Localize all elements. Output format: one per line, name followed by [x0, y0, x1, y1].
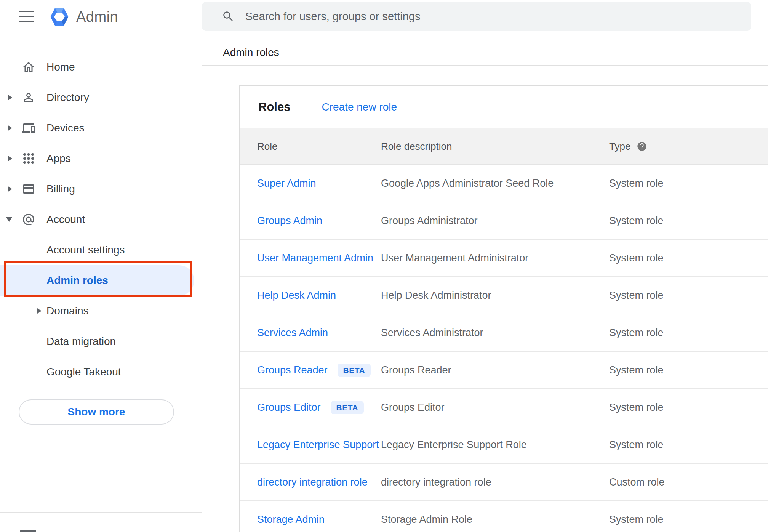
role-description: Google Apps Administrator Seed Role [381, 178, 609, 189]
sidebar-item-data-migration[interactable]: Data migration [0, 326, 202, 357]
role-description: User Management Administrator [381, 252, 609, 264]
sidebar-item-label: Directory [46, 91, 89, 104]
sidebar-nav: Home Directory Devices [0, 52, 202, 387]
role-description: directory integration role [381, 476, 609, 488]
billing-icon [22, 182, 35, 196]
column-header-type-label: Type [609, 141, 630, 152]
role-link[interactable]: Services Admin [257, 327, 328, 339]
role-link[interactable]: Groups Admin [257, 215, 322, 227]
expand-arrow-icon[interactable] [8, 95, 12, 101]
table-row: Groups Admin Groups Administrator System… [240, 202, 768, 240]
logo-label: Admin [76, 9, 118, 25]
sidebar-item-label: Account [46, 213, 85, 226]
role-type: System role [609, 327, 768, 339]
roles-card: Roles Create new role Role Role descript… [239, 85, 768, 532]
role-description: Storage Admin Role [381, 514, 609, 526]
role-link[interactable]: User Management Admin [257, 252, 373, 264]
sidebar-item-label: Billing [46, 183, 75, 195]
home-icon [22, 60, 35, 74]
card-header: Roles Create new role [240, 86, 768, 128]
breadcrumb: Admin roles [223, 46, 279, 59]
devices-icon [22, 121, 35, 135]
collapse-arrow-icon[interactable] [6, 217, 12, 222]
sidebar-item-billing[interactable]: Billing [0, 174, 202, 204]
beta-badge: BETA [338, 364, 371, 377]
beta-badge: BETA [331, 401, 364, 414]
sidebar-item-label: Apps [46, 152, 71, 165]
role-type: System role [609, 252, 768, 264]
sidebar-item-label: Admin roles [46, 274, 108, 287]
role-link[interactable]: directory integration role [257, 476, 368, 488]
show-more-button[interactable]: Show more [19, 399, 174, 425]
expand-arrow-icon[interactable] [8, 186, 12, 192]
table-row: Groups Editor BETA Groups Editor System … [240, 389, 768, 426]
page-title: Roles [258, 100, 290, 114]
expand-arrow-icon[interactable] [8, 155, 12, 162]
role-type: System role [609, 514, 768, 526]
table-header-row: Role Role description Type [240, 128, 768, 165]
header-divider [202, 65, 768, 66]
menu-icon[interactable] [19, 11, 34, 22]
role-type: System role [609, 290, 768, 301]
sidebar-item-label: Home [46, 61, 75, 73]
sidebar: Admin Home Directory Devices [0, 0, 202, 532]
role-description: Services Administrator [381, 327, 609, 339]
table-row: User Management Admin User Management Ad… [240, 240, 768, 277]
role-description: Legacy Enterprise Support Role [381, 439, 609, 451]
help-icon[interactable] [637, 141, 647, 152]
table-row: Super Admin Google Apps Administrator Se… [240, 165, 768, 202]
column-header-type: Type [609, 141, 768, 152]
role-link[interactable]: Help Desk Admin [257, 290, 336, 301]
sidebar-item-label: Account settings [46, 244, 125, 256]
role-link[interactable]: Groups Reader [257, 364, 328, 376]
sidebar-item-account-settings[interactable]: Account settings [0, 235, 202, 265]
role-description: Groups Reader [381, 364, 609, 376]
role-type: System role [609, 178, 768, 189]
create-new-role-link[interactable]: Create new role [322, 101, 397, 113]
sidebar-item-label: Domains [46, 305, 88, 317]
sidebar-item-account[interactable]: Account [0, 204, 202, 235]
expand-arrow-icon[interactable] [8, 125, 12, 131]
role-type: System role [609, 439, 768, 451]
sidebar-item-apps[interactable]: Apps [0, 143, 202, 174]
table-row: directory integration role directory int… [240, 464, 768, 501]
table-row: Help Desk Admin Help Desk Administrator … [240, 277, 768, 314]
role-link[interactable]: Storage Admin [257, 514, 325, 526]
role-type: Custom role [609, 476, 768, 488]
sidebar-item-home[interactable]: Home [0, 52, 202, 82]
table-row: Groups Reader BETA Groups Reader System … [240, 352, 768, 389]
search-input[interactable] [245, 10, 751, 23]
role-type: System role [609, 402, 768, 413]
role-link[interactable]: Groups Editor [257, 402, 321, 413]
role-description: Groups Editor [381, 402, 609, 413]
table-row: Legacy Enterprise Support Legacy Enterpr… [240, 426, 768, 464]
sidebar-item-label: Google Takeout [46, 366, 121, 378]
account-icon [22, 213, 35, 226]
role-link[interactable]: Legacy Enterprise Support [257, 439, 379, 451]
sidebar-section-divider [0, 512, 202, 513]
role-type: System role [609, 364, 768, 376]
sidebar-item-label: Data migration [46, 335, 116, 348]
clipped-sidebar-icon [20, 530, 36, 532]
role-link[interactable]: Super Admin [257, 178, 316, 189]
role-description: Groups Administrator [381, 215, 609, 227]
table-row: Storage Admin Storage Admin Role System … [240, 501, 768, 532]
column-header-description: Role description [381, 141, 609, 152]
expand-arrow-icon[interactable] [37, 308, 42, 314]
role-description: Help Desk Administrator [381, 290, 609, 301]
search-icon [222, 10, 235, 23]
admin-logo[interactable]: Admin [49, 5, 118, 28]
sidebar-item-directory[interactable]: Directory [0, 82, 202, 113]
role-type: System role [609, 215, 768, 227]
admin-hexagon-icon [49, 6, 70, 27]
sidebar-item-devices[interactable]: Devices [0, 113, 202, 143]
search-bar[interactable] [202, 2, 751, 31]
column-header-role: Role [240, 141, 381, 152]
sidebar-item-label: Devices [46, 122, 85, 134]
sidebar-item-domains[interactable]: Domains [0, 296, 202, 326]
directory-icon [22, 91, 35, 104]
sidebar-item-admin-roles[interactable]: Admin roles [0, 265, 194, 296]
apps-icon [22, 152, 35, 165]
table-row: Services Admin Services Administrator Sy… [240, 314, 768, 352]
sidebar-item-google-takeout[interactable]: Google Takeout [0, 357, 202, 387]
